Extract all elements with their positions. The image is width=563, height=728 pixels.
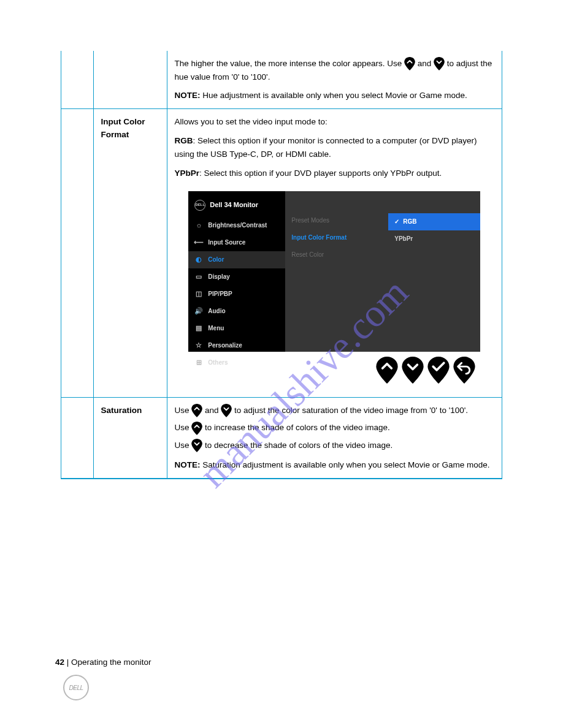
- rgb-text: : Select this option if your monitor is …: [175, 136, 477, 159]
- check-icon: ✓: [394, 217, 399, 227]
- osd-item-label: Menu: [208, 324, 224, 333]
- down-arrow-icon: [191, 439, 202, 452]
- table-row: Input Color Format Allows you to set the…: [61, 108, 502, 397]
- osd-item-label: Others: [208, 358, 228, 368]
- osd-item-brightness: ☼Brightness/Contrast: [188, 217, 285, 234]
- others-icon: ⊞: [194, 358, 203, 367]
- osd-title-row: DELL Dell 34 Monitor: [188, 197, 285, 217]
- text: Allows you to set the video input mode t…: [175, 115, 495, 129]
- brightness-icon: ☼: [194, 221, 203, 230]
- up-arrow-icon: [376, 357, 398, 384]
- osd-option-rgb: ✓ RGB: [388, 213, 480, 230]
- back-icon: [453, 357, 475, 384]
- osd-sidebar: DELL Dell 34 Monitor ☼Brightness/Contras…: [188, 191, 285, 352]
- row-label: Saturation: [93, 398, 167, 479]
- osd-item-label: Audio: [208, 306, 225, 316]
- down-arrow-icon: [402, 357, 424, 384]
- osd-item-display: ▭Display: [188, 268, 285, 286]
- input-icon: ⟵: [194, 238, 203, 247]
- text: to adjust the color saturation of the vi…: [234, 406, 468, 415]
- dell-logo-icon: DELL: [194, 200, 205, 211]
- osd-item-label: Color: [208, 255, 224, 265]
- osd-title: Dell 34 Monitor: [210, 200, 258, 211]
- text: to decrease the shade of colors of the v…: [205, 441, 393, 450]
- document-frame: The higher the value, the more intense t…: [61, 51, 502, 479]
- osd-screenshot: DELL Dell 34 Monitor ☼Brightness/Contras…: [188, 191, 480, 352]
- note-label: NOTE:: [175, 460, 201, 469]
- osd-options: ✓ RGB YPbPr: [388, 191, 480, 352]
- pip-icon: ◫: [194, 290, 203, 298]
- osd-item-label: Personalize: [208, 341, 242, 351]
- hue-description-cell: The higher the value, the more intense t…: [167, 51, 502, 108]
- up-arrow-icon: [191, 422, 202, 435]
- text: and: [418, 59, 434, 68]
- menu-icon: ▤: [194, 324, 203, 333]
- osd-item-menu: ▤Menu: [188, 320, 285, 337]
- osd-sub-preset: Preset Modes: [291, 216, 382, 226]
- table-row: The higher the value, the more intense t…: [61, 51, 502, 108]
- osd-item-input-source: ⟵Input Source: [188, 234, 285, 251]
- osd-option-ypbpr: YPbPr: [388, 230, 480, 248]
- rgb-label: RGB: [175, 136, 193, 145]
- osd-item-audio: 🔊Audio: [188, 303, 285, 320]
- page-footer: 42 | Operating the monitor: [55, 658, 509, 667]
- text: to increase the shade of colors of the v…: [205, 423, 390, 432]
- ypbpr-label: YPbPr: [175, 169, 200, 178]
- color-icon: ◐: [194, 256, 203, 264]
- up-arrow-icon: [191, 404, 202, 417]
- note-label: NOTE:: [175, 91, 201, 100]
- text: Use: [175, 423, 192, 432]
- text: The higher the value, the more intense t…: [175, 59, 404, 68]
- section-title: Operating the monitor: [71, 658, 151, 667]
- osd-item-label: Brightness/Contrast: [208, 221, 267, 230]
- text: Use: [175, 406, 192, 415]
- audio-icon: 🔊: [194, 307, 203, 316]
- osd-sub-input-color: Input Color Format: [291, 233, 382, 243]
- check-icon: [427, 357, 450, 384]
- osd-option-label: RGB: [403, 217, 416, 227]
- table-row: Saturation Use and to adjust the color s…: [61, 398, 502, 479]
- osd-sub-reset: Reset Color: [291, 250, 382, 260]
- osd-item-personalize: ☆Personalize: [188, 337, 285, 354]
- note-text: Hue adjustment is available only when yo…: [201, 91, 467, 100]
- osd-item-color: ◐Color: [188, 251, 285, 268]
- osd-item-pip: ◫PIP/PBP: [188, 286, 285, 303]
- osd-item-label: PIP/PBP: [208, 289, 232, 299]
- up-arrow-icon: [404, 57, 415, 70]
- osd-option-label: YPbPr: [394, 234, 413, 244]
- dell-logo-icon: DELL: [63, 675, 89, 700]
- display-icon: ▭: [194, 273, 203, 281]
- saturation-description-cell: Use and to adjust the color saturation o…: [167, 398, 502, 479]
- down-arrow-icon: [221, 404, 232, 417]
- osd-submenu: Preset Modes Input Color Format Reset Co…: [285, 191, 388, 352]
- down-arrow-icon: [434, 57, 445, 70]
- note-text: Saturation adjustment is available only …: [201, 460, 490, 469]
- osd-item-others: ⊞Others: [188, 354, 285, 371]
- row-label: Input Color Format: [93, 108, 167, 397]
- feature-table: The higher the value, the more intense t…: [61, 51, 502, 479]
- separator: |: [64, 658, 71, 667]
- input-color-format-cell: Allows you to set the video input mode t…: [167, 108, 502, 397]
- osd-item-label: Input Source: [208, 238, 245, 248]
- text: and: [205, 406, 221, 415]
- osd-item-label: Display: [208, 272, 230, 282]
- text: Use: [175, 441, 192, 450]
- page-number: 42: [55, 658, 64, 667]
- star-icon: ☆: [194, 341, 203, 350]
- ypbpr-text: : Select this option if your DVD player …: [199, 169, 442, 178]
